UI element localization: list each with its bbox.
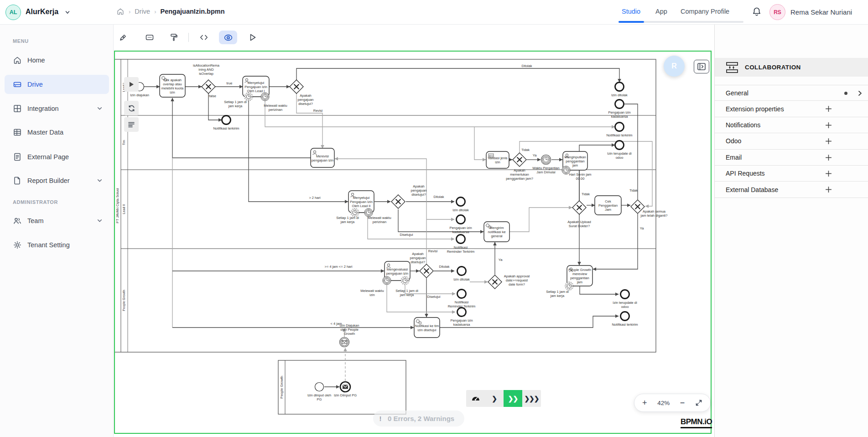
bpmn-boundary-timer-event[interactable]	[351, 208, 359, 217]
app-logo[interactable]: AL	[5, 5, 21, 20]
speed-gauge-button[interactable]	[466, 390, 485, 407]
bpmn-task[interactable]: Validasi jenisizin	[486, 151, 509, 168]
drive-icon	[13, 80, 22, 89]
chevron-down-icon	[97, 218, 103, 224]
panel-collapse-button[interactable]	[694, 60, 709, 73]
sidebar-item-team[interactable]: Team	[5, 211, 109, 230]
sidebar-item-external-page[interactable]: External Page	[5, 147, 109, 166]
plus-icon[interactable]	[825, 121, 832, 129]
bpmn-label: MenyetujuiPengajuan IzinOleh Lead II	[350, 196, 373, 208]
sidebar-item-integration[interactable]: Integration	[5, 99, 109, 118]
bpmn-boundary-timer-event[interactable]	[261, 93, 269, 101]
plus-icon[interactable]	[825, 154, 832, 161]
zoom-out-button[interactable]: −	[680, 399, 685, 407]
bpmn-canvas[interactable]: PT JAVAN Cipta SolusiLead ITimLead IIPeo…	[114, 50, 714, 437]
sidebar-item-drive[interactable]: Drive	[5, 75, 109, 94]
preview-mode-button[interactable]	[219, 31, 237, 44]
bpmn-label: Tidak	[521, 148, 530, 152]
bpmn-task[interactable]: MenyetujuiPengajuan IzinOleh Lead II	[348, 191, 374, 217]
tab-company-profile[interactable]: Company Profile	[681, 8, 729, 15]
bpmn-task[interactable]: Notifikasi ke timizin disetujui	[414, 317, 440, 338]
bpmn-boundary-timer-event[interactable]	[364, 208, 373, 217]
app-name[interactable]: AlurKerja	[26, 8, 58, 16]
breadcrumb-item-drive[interactable]: Drive	[135, 8, 150, 15]
sidebar-item-report-builder[interactable]: Report Builder	[5, 171, 109, 190]
bpmn-label: Apakahpengajuandisetujui?	[297, 94, 313, 106]
bpmn-boundary-timer-event[interactable]	[401, 276, 409, 285]
panel-section-api-requests[interactable]: API Requests	[715, 166, 868, 182]
speed-3x-button[interactable]: ❯❯❯	[522, 390, 541, 407]
bpmn-label: Izin Diinput PG	[334, 393, 357, 397]
bpmn-diagram[interactable]: PT JAVAN Cipta SolusiLead ITimLead IIPeo…	[114, 50, 714, 437]
sidebar-item-label: External Page	[27, 153, 69, 161]
toolbar-separator	[188, 33, 189, 42]
theme-tool-button[interactable]	[165, 31, 183, 44]
chevron-down-icon	[97, 177, 103, 183]
bpmn-message-catch-event[interactable]	[340, 338, 349, 347]
sidebar-item-label: Home	[27, 57, 45, 64]
fullscreen-icon[interactable]	[695, 399, 702, 406]
zoom-in-button[interactable]: +	[642, 399, 647, 407]
panel-section-general[interactable]: General	[715, 85, 868, 101]
sidebar-item-home[interactable]: Home	[5, 51, 109, 70]
editor-toolbar	[114, 25, 714, 50]
bpmn-task[interactable]: Cek apakahoverlap ataumelebihi kuotaizin	[160, 74, 185, 97]
refresh-icon	[128, 104, 135, 112]
bpmn-label: true	[227, 81, 233, 85]
panel-section-label: API Requests	[726, 170, 765, 177]
bpmn-label: Tidak	[582, 192, 590, 196]
speed-1x-button[interactable]: ❯	[485, 390, 504, 407]
xml-view-button[interactable]	[195, 31, 213, 44]
bpmn-label: Apakah UploadSurat Dokter?	[567, 220, 591, 228]
bpmn-io-watermark[interactable]: BPMN.iO	[681, 417, 712, 428]
bpmn-label: Pengajuan izinkadaluarsa	[450, 318, 473, 327]
top-header: AL AlurKerja › Drive › PengajuanIzin.bpm…	[0, 0, 868, 25]
plus-icon[interactable]	[825, 170, 832, 177]
plus-icon[interactable]	[825, 137, 832, 145]
zoom-controls: + 42% −	[634, 394, 711, 412]
chevron-right-icon[interactable]	[857, 90, 863, 97]
bpmn-label: People Growth	[280, 376, 284, 399]
bpmn-boundary-timer-event[interactable]	[244, 93, 253, 101]
properties-panel: COLLABORATION GeneralExtension propertie…	[714, 25, 868, 437]
breadcrumb-separator: ›	[154, 8, 156, 15]
bpmn-label: > 2 hari	[309, 196, 321, 200]
lint-status-pill[interactable]: ! 0 Errors, 2 Warnings	[373, 411, 464, 427]
play-icon	[128, 81, 135, 88]
pen-tool-button[interactable]	[114, 31, 132, 44]
tab-studio[interactable]: Studio	[622, 8, 640, 15]
file-icon	[13, 176, 22, 185]
comment-tool-button[interactable]	[140, 31, 159, 44]
panel-section-odoo[interactable]: Odoo	[715, 133, 868, 149]
palette-log-button[interactable]	[124, 117, 139, 132]
bpmn-task[interactable]: Mengirimnotifikasi kegeneral	[484, 222, 509, 242]
tab-app[interactable]: App	[655, 8, 667, 15]
simulation-speed-bar: ❯ ❯❯ ❯❯❯	[466, 390, 541, 407]
bpmn-label: Ditolak	[522, 64, 532, 68]
home-icon[interactable]	[116, 7, 125, 16]
plus-icon[interactable]	[825, 186, 832, 193]
panel-section-notifications[interactable]: Notifications	[715, 117, 868, 133]
palette-refresh-button[interactable]	[124, 101, 139, 115]
user-name[interactable]: Rema Sekar Nuriani	[790, 8, 852, 16]
bpmn-boundary-timer-event[interactable]	[562, 166, 570, 174]
bpmn-task[interactable]: CekPenggantianJam	[595, 196, 621, 215]
bpmn-task[interactable]: Merevisipengajuan izin	[311, 148, 334, 167]
palette-play-button[interactable]	[124, 77, 139, 92]
sidebar-item-master-data[interactable]: Master Data	[5, 123, 109, 142]
run-simulation-button[interactable]	[244, 31, 262, 44]
panel-section-extension-properties[interactable]: Extension properties	[715, 101, 868, 117]
bpmn-boundary-timer-event[interactable]	[383, 276, 391, 285]
panel-section-external-database[interactable]: External Database	[715, 182, 868, 198]
user-avatar[interactable]: RS	[769, 4, 785, 20]
panel-section-email[interactable]: Email	[715, 150, 868, 166]
app-switcher-chevron-icon[interactable]	[65, 10, 70, 15]
panel-section-label: General	[726, 89, 748, 97]
tab-underline-active	[619, 21, 644, 23]
pen-icon	[119, 33, 128, 42]
bpmn-boundary-timer-event[interactable]	[565, 282, 573, 290]
notifications-bell-icon[interactable]	[751, 6, 762, 17]
sidebar-item-tenant-setting[interactable]: Tenant Setting	[5, 235, 109, 255]
plus-icon[interactable]	[825, 105, 832, 113]
speed-2x-button[interactable]: ❯❯	[504, 390, 522, 407]
